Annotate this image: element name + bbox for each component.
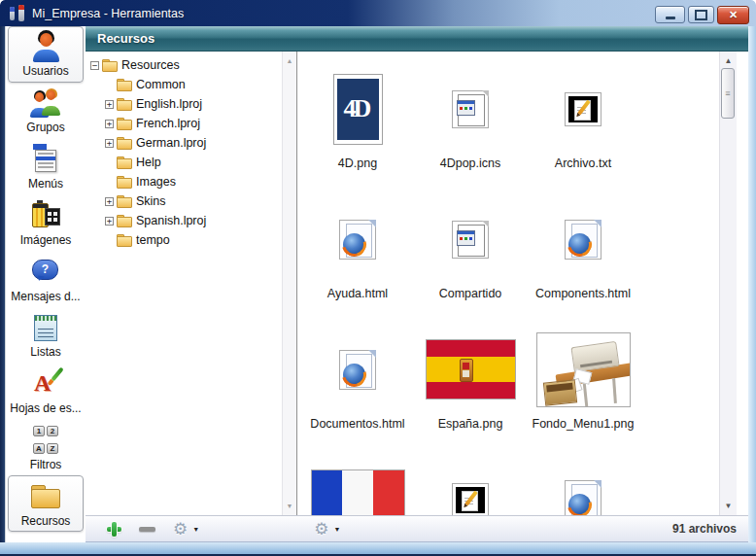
gear-icon: ⚙ bbox=[173, 521, 188, 538]
file-components-html[interactable]: Components.html bbox=[527, 191, 639, 322]
sidebar-item-mensajes[interactable]: ? Mensajes d... bbox=[6, 251, 86, 307]
file-name: Documentos.html bbox=[310, 417, 404, 436]
sidebar-item-menus[interactable]: Menús bbox=[6, 139, 86, 195]
sidebar-item-label: Menús bbox=[28, 177, 63, 191]
sidebar-item-grupos[interactable]: Grupos bbox=[6, 83, 86, 139]
minimize-icon bbox=[666, 17, 675, 19]
folder-icon bbox=[117, 234, 132, 247]
sidebar-item-label: Grupos bbox=[26, 121, 64, 134]
file-name: 4D.png bbox=[338, 156, 377, 176]
file-documentos-html[interactable]: Documentos.html bbox=[301, 322, 414, 452]
tree-item-skins[interactable]: + Skins bbox=[86, 191, 296, 211]
menu-icon bbox=[29, 143, 62, 176]
folder-icon bbox=[117, 79, 132, 91]
folder-icon bbox=[117, 98, 132, 111]
file-firefox-doc[interactable] bbox=[527, 452, 639, 515]
tree-item-spanish-lproj[interactable]: + Spanish.lproj bbox=[86, 211, 296, 230]
file-france-flag[interactable] bbox=[301, 452, 414, 515]
file-archivo-txt[interactable]: Archivo.txt bbox=[527, 61, 639, 191]
scrollbar-thumb[interactable]: ≡ bbox=[721, 68, 735, 119]
sidebar-item-label: Mensajes d... bbox=[11, 290, 80, 303]
sidebar-item-hojas-de-estilo[interactable]: A Hojas de es... bbox=[6, 364, 86, 420]
options-menu-button[interactable]: ⚙ ▼ bbox=[173, 517, 199, 540]
sidebar-item-recursos[interactable]: Recursos bbox=[8, 475, 84, 532]
file-name: Components.html bbox=[535, 287, 631, 306]
title-bar[interactable]: Mi_Empresa - Herramientas ✕ bbox=[0, 0, 756, 26]
file-4dpop-icns[interactable]: 4Dpop.icns bbox=[414, 61, 527, 191]
file-name: Archivo.txt bbox=[555, 156, 611, 176]
tree-item-label: Resources bbox=[121, 58, 180, 72]
tree-item-english-lproj[interactable]: + English.lproj bbox=[86, 94, 296, 114]
minus-icon bbox=[139, 527, 155, 532]
tree-item-french-lproj[interactable]: + French.lproj bbox=[86, 114, 296, 133]
file-list-panel: 4D 4D.png 4Dpop.icns Archivo.txt Ayuda.h… bbox=[297, 52, 748, 515]
gear-icon: ⚙ bbox=[314, 521, 328, 538]
status-bar: ⚙ ▼ ⚙ ▼ 91 archivos bbox=[86, 515, 748, 542]
film-icon bbox=[29, 199, 62, 232]
black-notepad-icon bbox=[565, 92, 601, 126]
expand-icon[interactable]: + bbox=[105, 120, 114, 128]
tree-scrollbar[interactable]: ▲ ▼ bbox=[282, 52, 296, 515]
file-name: Compartido bbox=[439, 287, 502, 306]
scroll-down-icon[interactable]: ▼ bbox=[283, 503, 296, 509]
tree-item-label: Common bbox=[136, 78, 186, 91]
file-ayuda-html[interactable]: Ayuda.html bbox=[301, 191, 414, 322]
tree-item-label: English.lproj bbox=[136, 97, 202, 111]
file-fondo-menu1-png[interactable]: Fondo_Menu1.png bbox=[527, 322, 639, 452]
page-header: Recursos bbox=[86, 26, 748, 52]
firefox-doc-icon bbox=[339, 220, 376, 260]
notepad-icon bbox=[29, 311, 62, 344]
expand-icon[interactable]: + bbox=[105, 139, 114, 148]
file-notepad[interactable] bbox=[414, 452, 527, 515]
app-window: Mi_Empresa - Herramientas ✕ Usuarios Gru… bbox=[0, 0, 756, 556]
black-notepad-icon bbox=[452, 483, 489, 516]
folder-icon bbox=[29, 480, 62, 513]
file-espana-png[interactable]: España.png bbox=[414, 322, 527, 452]
tree-item-common[interactable]: Common bbox=[86, 75, 296, 94]
folder-icon bbox=[117, 176, 132, 189]
file-count: 91 archivos bbox=[672, 522, 737, 536]
close-icon: ✕ bbox=[729, 9, 738, 21]
folder-tree: − Resources Common + English.lproj + Fre… bbox=[86, 52, 296, 515]
tree-item-label: German.lproj bbox=[136, 136, 206, 150]
sidebar-item-label: Filtros bbox=[30, 458, 62, 471]
add-button[interactable] bbox=[86, 517, 121, 540]
folder-icon bbox=[117, 156, 132, 169]
sidebar-item-listas[interactable]: Listas bbox=[6, 307, 86, 364]
file-4d-png[interactable]: 4D 4D.png bbox=[301, 61, 414, 191]
scroll-up-icon[interactable]: ▲ bbox=[720, 56, 737, 65]
scroll-down-icon[interactable]: ▼ bbox=[720, 502, 737, 510]
maximize-button[interactable] bbox=[688, 6, 714, 23]
file-compartido[interactable]: Compartido bbox=[414, 191, 527, 322]
folder-icon bbox=[117, 137, 132, 150]
tree-item-resources[interactable]: − Resources bbox=[86, 55, 296, 75]
sidebar-item-label: Usuarios bbox=[22, 64, 68, 78]
firefox-doc-icon bbox=[565, 480, 601, 516]
message-bubble-icon: ? bbox=[29, 256, 62, 289]
sidebar-item-imagenes[interactable]: Imágenes bbox=[6, 194, 86, 251]
sidebar-item-usuarios[interactable]: Usuarios bbox=[8, 26, 84, 83]
tree-item-label: Images bbox=[136, 175, 176, 189]
actions-menu-button[interactable]: ⚙ ▼ bbox=[314, 517, 340, 540]
tree-item-help[interactable]: Help bbox=[86, 153, 296, 172]
tree-item-german-lproj[interactable]: + German.lproj bbox=[86, 133, 296, 153]
tree-item-images[interactable]: Images bbox=[86, 172, 296, 191]
tree-item-tempo[interactable]: tempo bbox=[86, 230, 296, 250]
collapse-icon[interactable]: − bbox=[90, 61, 99, 70]
file-list-scrollbar[interactable]: ▲ ≡ ▼ bbox=[719, 52, 737, 515]
window-doc-icon bbox=[452, 221, 489, 259]
grip-icon: ≡ bbox=[725, 88, 730, 98]
close-button[interactable]: ✕ bbox=[717, 6, 749, 24]
chevron-down-icon: ▼ bbox=[333, 526, 340, 533]
expand-icon[interactable]: + bbox=[105, 197, 114, 206]
folder-icon bbox=[117, 215, 132, 227]
minimize-button[interactable] bbox=[655, 6, 685, 23]
sidebar-item-label: Imágenes bbox=[20, 233, 72, 247]
expand-icon[interactable]: + bbox=[105, 100, 114, 109]
remove-button[interactable] bbox=[121, 517, 155, 540]
expand-icon[interactable]: + bbox=[105, 217, 114, 226]
scroll-up-icon[interactable]: ▲ bbox=[283, 57, 296, 64]
folder-icon bbox=[117, 118, 132, 130]
chevron-down-icon: ▼ bbox=[192, 526, 199, 533]
sidebar-item-filtros[interactable]: 12 AZ Filtros bbox=[6, 420, 86, 476]
